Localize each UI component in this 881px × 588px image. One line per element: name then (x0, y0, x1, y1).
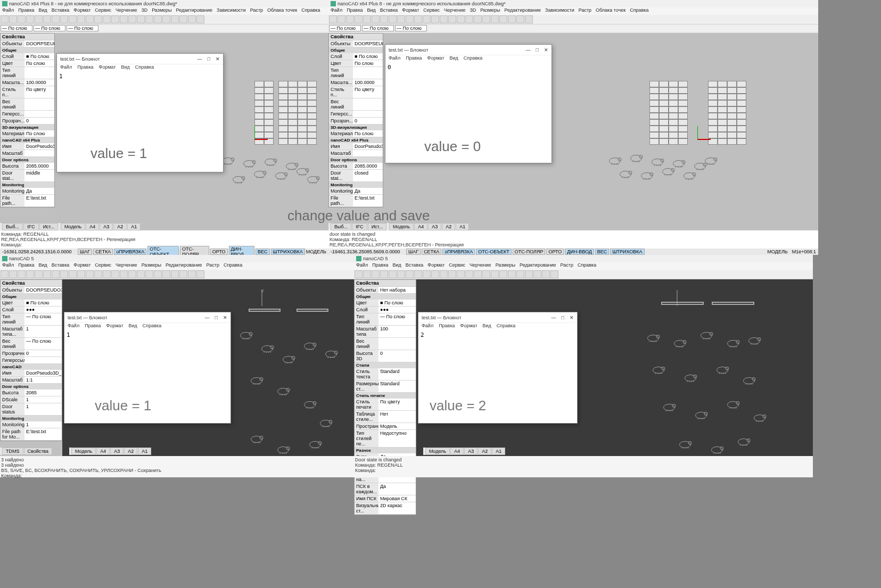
toolbar-button[interactable] (448, 15, 456, 23)
menu-item[interactable]: Редактирование (505, 7, 541, 15)
menu-item[interactable]: Вид (39, 7, 47, 15)
toolbar-button[interactable] (18, 15, 26, 23)
maximize-icon[interactable]: □ (208, 56, 210, 62)
toolbar-button[interactable] (525, 15, 533, 23)
menu-item[interactable]: Правка (77, 64, 93, 72)
menu-item[interactable]: Файл (2, 262, 14, 270)
toolbar-button[interactable] (77, 15, 85, 23)
tab[interactable]: A4 (450, 448, 464, 455)
menu-item[interactable]: Растр (207, 262, 219, 270)
status-toggle[interactable]: оПРИВЯЗКА (442, 249, 475, 255)
toolbar-button[interactable] (355, 270, 363, 278)
toolbar-button[interactable] (414, 15, 422, 23)
toolbar-button[interactable] (508, 270, 516, 278)
menu-item[interactable]: Размеры (152, 7, 171, 15)
menu-item[interactable]: Вид (483, 323, 491, 330)
toolbar-button[interactable] (474, 15, 482, 23)
menu-item[interactable]: Справка (578, 262, 596, 270)
model-tabs[interactable]: МодельA4A3A2A1 (59, 223, 141, 230)
toolbar-button[interactable] (171, 270, 179, 278)
status-bar[interactable]: -16361.0258.24263.1516.0.0000ШАГСЕТКАоПР… (0, 249, 328, 255)
menu-bar[interactable]: ФайлПравкаВидВставкаФорматСервисЧерчение… (354, 262, 813, 270)
menu-bar[interactable]: ФайлПравкаВидВставкаФорматСервисЧерчение… (0, 262, 354, 270)
notepad-text[interactable]: 0 (385, 63, 551, 72)
notepad-window[interactable]: test.txt — Блокнот—□✕ ФайлПравкаФорматВи… (418, 312, 578, 424)
model-tabs[interactable]: МодельA4A3A2A1 (69, 448, 151, 455)
toolbar-button[interactable] (533, 270, 541, 278)
menu-item[interactable]: Вид (39, 262, 47, 270)
menu-item[interactable]: Справка (464, 55, 482, 63)
menu-item[interactable]: Вид (129, 323, 137, 330)
tab[interactable]: Ист... (368, 223, 387, 230)
tab[interactable]: TDMS (2, 448, 23, 455)
toolbar-button[interactable] (145, 15, 153, 23)
status-toggle[interactable]: ШТРИХОВКА (271, 249, 305, 255)
toolbar-button[interactable] (94, 270, 102, 278)
menu-item[interactable]: Сервис (449, 262, 465, 270)
menu-item[interactable]: Формат (402, 7, 419, 15)
menu-item[interactable]: Правка (347, 7, 363, 15)
menu-item[interactable]: Вид (393, 262, 401, 270)
maximize-icon[interactable]: □ (536, 47, 539, 53)
toolbar-button[interactable] (499, 270, 507, 278)
toolbar-button[interactable] (128, 270, 136, 278)
menu-item[interactable]: Справка (224, 262, 242, 270)
menu-item[interactable]: Зависимости (217, 7, 246, 15)
tab[interactable]: IFC (352, 223, 367, 230)
tab[interactable]: Модель (425, 448, 450, 455)
toolbar-button[interactable] (397, 15, 405, 23)
menu-item[interactable]: Формат (427, 262, 444, 270)
toolbar-button[interactable] (372, 270, 380, 278)
notepad-text[interactable]: 2 (418, 330, 577, 339)
toolbar-button[interactable] (431, 15, 439, 23)
status-bar[interactable]: -19461.3136.25085.5609.0.0000ШАГСЕТКАоПР… (328, 249, 818, 255)
toolbar-button[interactable] (69, 15, 77, 23)
toolbar-2[interactable]: — По слою — По слою — По слою (0, 24, 328, 32)
tab[interactable]: Модель (71, 448, 96, 455)
toolbar-button[interactable] (431, 270, 439, 278)
toolbar-button[interactable] (491, 270, 499, 278)
layer-dropdown[interactable]: — По слою (1, 25, 32, 31)
menu-item[interactable]: Файл (389, 55, 400, 63)
close-icon[interactable]: ✕ (544, 47, 548, 53)
toolbar-button[interactable] (355, 15, 363, 23)
toolbar-button[interactable] (482, 270, 490, 278)
command-line[interactable]: 3 найдено3 найденоBS, SAVE, БС, БСОХРАНИ… (0, 456, 354, 477)
toolbar-button[interactable] (440, 270, 448, 278)
toolbar-button[interactable] (1, 270, 9, 278)
menu-item[interactable]: Растр (561, 262, 573, 270)
bottom-left-tabs[interactable]: TDMSСвойства (0, 448, 52, 455)
toolbar-button[interactable] (363, 270, 371, 278)
tab[interactable]: A2 (442, 223, 455, 230)
toolbar-button[interactable] (423, 270, 431, 278)
status-toggle[interactable]: СЕТКА (93, 249, 113, 255)
menu-item[interactable]: Черчение (444, 7, 466, 15)
toolbar-2[interactable]: — По слою — По слою — По слою (328, 24, 818, 32)
toolbar-button[interactable] (86, 15, 94, 23)
toolbar-button[interactable] (482, 15, 490, 23)
toolbar-button[interactable] (111, 270, 119, 278)
maximize-icon[interactable]: □ (215, 315, 218, 320)
tab[interactable]: Ист... (39, 223, 59, 230)
toolbar-button[interactable] (43, 15, 51, 23)
layer-dropdown-3[interactable]: — По слою (67, 25, 98, 31)
menu-item[interactable]: Формат (427, 55, 444, 63)
close-icon[interactable]: ✕ (570, 315, 574, 320)
toolbar-button[interactable] (406, 270, 414, 278)
tab[interactable]: A4 (86, 223, 99, 230)
toolbar-button[interactable] (465, 270, 473, 278)
menu-item[interactable]: Вставка (52, 262, 69, 270)
toolbar-button[interactable] (103, 15, 111, 23)
notepad-text[interactable]: 1 (57, 72, 223, 81)
toolbar-button[interactable] (35, 15, 43, 23)
toolbar-button[interactable] (457, 270, 465, 278)
menu-item[interactable]: Файл (422, 323, 433, 330)
notepad-window[interactable]: test.txt — Блокнот—□✕ ФайлПравкаФорматВи… (56, 53, 224, 172)
toolbar-button[interactable] (196, 15, 204, 23)
toolbar-button[interactable] (448, 270, 456, 278)
toolbar-button[interactable] (137, 270, 145, 278)
status-toggle[interactable]: ШАГ (406, 249, 421, 255)
toolbar-button[interactable] (380, 15, 388, 23)
menu-item[interactable]: Правка (439, 323, 455, 330)
tab[interactable]: A3 (428, 223, 441, 230)
